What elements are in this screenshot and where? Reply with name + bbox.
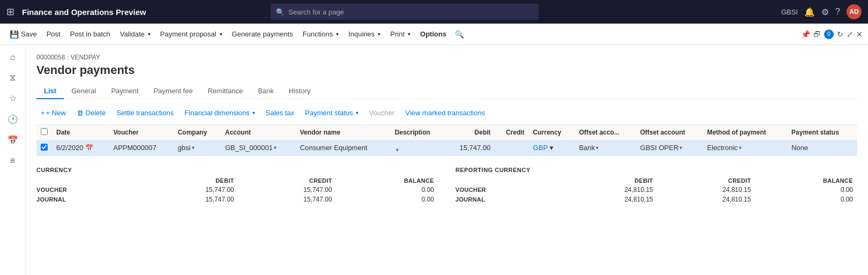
top-nav-right: GBSI 🔔 ⚙ ? AD bbox=[781, 4, 862, 19]
validate-button[interactable]: Validate bbox=[116, 28, 155, 40]
tab-list[interactable]: List bbox=[36, 84, 64, 99]
row-debit: 15,747.00 bbox=[445, 140, 495, 156]
summary-area: CURRENCY DEBIT CREDIT BALANCE VOUCHER bbox=[36, 167, 857, 204]
row-vendor-name: Consumer Equipment bbox=[296, 140, 391, 156]
col-debit: Debit bbox=[445, 125, 495, 140]
calendar-icon[interactable]: 📅 bbox=[4, 132, 21, 148]
payment-method-dropdown-arrow[interactable]: ▾ bbox=[739, 145, 742, 151]
col-payment-status: Payment status bbox=[787, 125, 857, 140]
col-method-of-payment: Method of payment bbox=[703, 125, 787, 140]
payment-status-button[interactable]: Payment status bbox=[301, 107, 363, 119]
app-title: Finance and Operations Preview bbox=[22, 8, 146, 17]
reporting-journal-row: JOURNAL 24,810.15 24,810.15 0.00 bbox=[455, 195, 857, 204]
list-icon[interactable]: ≡ bbox=[7, 153, 18, 169]
search-bar[interactable]: 🔍 bbox=[271, 4, 538, 20]
notification-icon[interactable]: 🔔 bbox=[804, 7, 815, 17]
financial-dimensions-button[interactable]: Financial dimensions bbox=[180, 107, 259, 119]
currency-summary-title: CURRENCY bbox=[36, 167, 438, 173]
row-date: 6/2/2020 📅 bbox=[52, 140, 109, 156]
post-button[interactable]: Post bbox=[42, 28, 65, 40]
col-vendor-name: Vendor name bbox=[296, 125, 391, 140]
select-all-checkbox[interactable] bbox=[41, 128, 48, 135]
close-icon[interactable]: ✕ bbox=[856, 30, 863, 39]
currency-summary-table: DEBIT CREDIT BALANCE VOUCHER 15,747.00 1… bbox=[36, 176, 438, 204]
row-company: gbsi ▾ bbox=[174, 140, 221, 156]
desc-dropdown-arrow[interactable]: ▾ bbox=[396, 147, 399, 153]
tab-payment-fee[interactable]: Payment fee bbox=[146, 84, 200, 99]
breadcrumb: 00000058 : VENDPAY bbox=[36, 54, 857, 61]
delete-button[interactable]: 🗑 Delete bbox=[72, 107, 110, 119]
search-input[interactable] bbox=[289, 8, 533, 16]
col-check[interactable] bbox=[36, 125, 52, 140]
table-row[interactable]: 6/2/2020 📅 APPM000007 gbsi ▾ GB_SI_00000… bbox=[36, 140, 857, 156]
gbsi-label: GBSI bbox=[781, 8, 798, 16]
payment-proposal-button[interactable]: Payment proposal bbox=[156, 28, 227, 40]
col-company: Company bbox=[174, 125, 221, 140]
home-icon[interactable]: ⌂ bbox=[7, 49, 19, 65]
currency-voucher-row: VOUCHER 15,747.00 15,747.00 0.00 bbox=[36, 185, 438, 195]
save-button[interactable]: 💾 Save bbox=[5, 28, 41, 41]
row-offset-account: GBSI OPER ▾ bbox=[636, 140, 703, 156]
currency-summary: CURRENCY DEBIT CREDIT BALANCE VOUCHER bbox=[36, 167, 438, 204]
recent-icon[interactable]: 🕐 bbox=[4, 111, 21, 128]
post-in-batch-button[interactable]: Post in batch bbox=[66, 28, 115, 40]
voucher-button: Voucher bbox=[365, 107, 399, 119]
filter-icon[interactable]: ⧖ bbox=[6, 70, 19, 86]
toolbar-right: 📌 🗗 0 ↻ ⤢ ✕ bbox=[801, 29, 863, 39]
tab-general[interactable]: General bbox=[64, 84, 103, 99]
top-nav: ⊞ Finance and Operations Preview 🔍 GBSI … bbox=[0, 0, 868, 24]
tab-remittance[interactable]: Remittance bbox=[200, 84, 251, 99]
page-title: Vendor payments bbox=[36, 63, 857, 77]
reporting-currency-summary: REPORTING CURRENCY DEBIT CREDIT BALANCE … bbox=[455, 167, 857, 204]
new-button[interactable]: + + New bbox=[36, 107, 70, 119]
company-dropdown-arrow[interactable]: ▾ bbox=[192, 145, 194, 151]
reporting-voucher-row: VOUCHER 24,810.15 24,810.15 0.00 bbox=[455, 185, 857, 195]
refresh-icon[interactable]: ↻ bbox=[837, 30, 843, 39]
row-method-of-payment: Electronic ▾ bbox=[703, 140, 787, 156]
sales-tax-button[interactable]: Sales tax bbox=[261, 107, 298, 119]
col-offset-acco-short: Offset acco... bbox=[575, 125, 636, 140]
search-icon: 🔍 bbox=[276, 8, 285, 16]
row-checkbox[interactable] bbox=[41, 144, 48, 151]
open-in-new-icon[interactable]: 🗗 bbox=[813, 30, 821, 39]
print-button[interactable]: Print bbox=[386, 28, 415, 40]
generate-payments-button[interactable]: Generate payments bbox=[228, 28, 297, 40]
currency-dropdown-arrow[interactable]: ▾ bbox=[550, 144, 553, 152]
tab-history[interactable]: History bbox=[281, 84, 318, 99]
row-account: GB_SI_000001 ▾ bbox=[221, 140, 296, 156]
col-credit: Credit bbox=[495, 125, 529, 140]
row-description: ▾ bbox=[391, 140, 445, 156]
offset-account-dropdown-arrow[interactable]: ▾ bbox=[679, 145, 682, 151]
row-voucher: APPM000007 bbox=[109, 140, 173, 156]
reporting-currency-title: REPORTING CURRENCY bbox=[455, 167, 857, 173]
delete-icon: 🗑 bbox=[77, 109, 84, 117]
inquiries-button[interactable]: Inquiries bbox=[344, 28, 385, 40]
user-avatar[interactable]: AD bbox=[847, 4, 862, 19]
action-bar: + + New 🗑 Delete Settle transactions Fin… bbox=[36, 107, 857, 119]
settle-transactions-button[interactable]: Settle transactions bbox=[112, 107, 178, 119]
account-dropdown-arrow[interactable]: ▾ bbox=[274, 145, 276, 151]
offset-short-dropdown-arrow[interactable]: ▾ bbox=[596, 145, 598, 151]
calendar-icon[interactable]: 📅 bbox=[85, 144, 93, 152]
page-area: 00000058 : VENDPAY Vendor payments List … bbox=[26, 45, 868, 275]
options-button[interactable]: Options bbox=[416, 28, 451, 40]
tab-payment[interactable]: Payment bbox=[103, 84, 146, 99]
save-icon: 💾 bbox=[10, 30, 19, 39]
view-marked-transactions-button[interactable]: View marked transactions bbox=[401, 107, 490, 119]
grid-icon[interactable]: ⊞ bbox=[6, 6, 14, 18]
col-offset-account: Offset account bbox=[636, 125, 703, 140]
main-content: ⌂ ⧖ ☆ 🕐 📅 ≡ 00000058 : VENDPAY Vendor pa… bbox=[0, 45, 868, 275]
pin-icon[interactable]: 📌 bbox=[801, 30, 810, 39]
reporting-currency-table: DEBIT CREDIT BALANCE VOUCHER 24,810.15 2… bbox=[455, 176, 857, 204]
expand-icon[interactable]: ⤢ bbox=[847, 30, 853, 39]
col-currency: Currency bbox=[529, 125, 575, 140]
toolbar-search-icon[interactable]: 🔍 bbox=[455, 30, 464, 39]
help-icon[interactable]: ? bbox=[835, 7, 840, 17]
settings-icon[interactable]: ⚙ bbox=[821, 7, 829, 17]
favorites-icon[interactable]: ☆ bbox=[6, 90, 20, 107]
functions-button[interactable]: Functions bbox=[298, 28, 343, 40]
row-currency: GBP ▾ bbox=[529, 140, 575, 156]
tab-bank[interactable]: Bank bbox=[250, 84, 281, 99]
row-offset-acco-short: Bank ▾ bbox=[575, 140, 636, 156]
row-check[interactable] bbox=[36, 140, 52, 156]
